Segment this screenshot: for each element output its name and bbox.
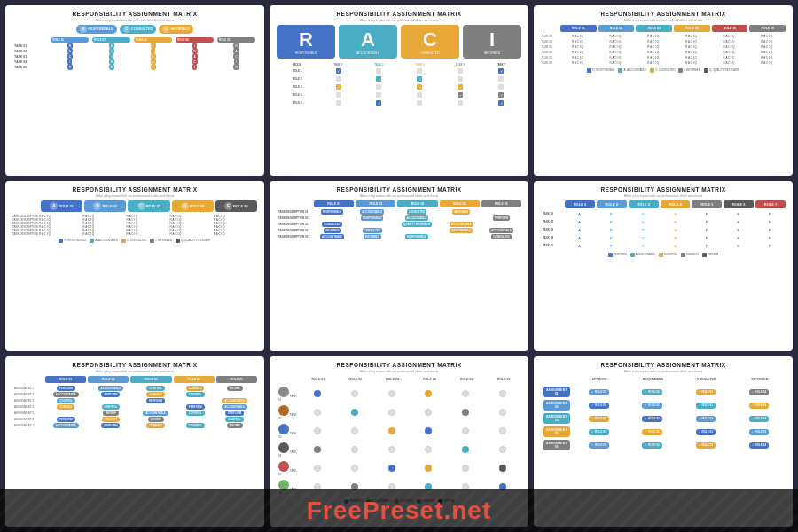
check: ✓ [458,84,463,90]
assign-pill: PERFORM [146,398,165,403]
slide-1-subtitle: Make a big impact with our professional … [96,19,175,22]
assignment-header: ASSIGNMENT 03 [543,413,570,424]
check [417,100,422,106]
role-badge-e: E ROLE 05 [215,200,257,212]
assign-pill: INFORM [148,417,164,422]
c-letter: C [423,30,437,50]
assign-pill: CONTROL [146,386,165,391]
tag-informed: INFORMED [452,209,470,215]
slide-1: RESPONSIBILITY ASSIGNMENT MATRIX Make a … [5,5,264,176]
slide-5-table: TASK DESCRIPTION 01 RESPONSIBLE ACCOUNTA… [277,209,521,240]
i-label: INFORMED [484,51,501,55]
check [417,92,422,98]
circle-empty [351,427,358,434]
assign-pill: PERFORM [57,417,75,422]
circle-empty [499,409,506,416]
table-row: TASK DESCRIPTION 05 ACCOUNTABLE INFORMED… [277,234,521,240]
role-cell: ✓ ROLE 01 [589,429,608,435]
a-label: ACCOUNTABLE [356,51,379,55]
role-cell: ✓ ROLE 02 [642,403,661,409]
tag: INFORMED [364,234,381,239]
assign-pill: ACCOUNTABLE [53,392,79,397]
c-card: C CONSULTED [401,25,459,59]
col-role6: ROLE 6 [724,200,754,208]
role-badge-c: C [123,26,130,33]
role-pill-informed: I INFORMED [159,25,192,34]
assignment-header: ASSIGNMENT 01 [543,387,570,397]
check: ✓ [458,92,463,98]
raci-cell: R [233,64,239,70]
letter-c: C [137,202,145,210]
task-label [12,36,49,43]
circle-empty [499,427,506,434]
check: ✓ [498,68,504,74]
legend-c: C: CONSULTED [650,68,675,73]
circle-perform [388,465,395,472]
assignment-header: ASSIGNMENT 04 [543,426,570,437]
avatar [278,480,289,490]
tag: ACCOUNTABLE [405,215,429,221]
check: ✓ [376,100,381,106]
role-badge-r: R [80,26,87,33]
avatar [278,461,289,472]
assign-pill: PERFORM [225,411,244,416]
main-grid: RESPONSIBILITY ASSIGNMENT MATRIX Make a … [0,0,798,532]
col-role05: ROLE 05 [449,376,484,383]
check [336,100,341,106]
slide-3-header: ROLE 01 ROLE 02 ROLE 03 ROLE 04 ROLE 05 … [541,25,786,32]
assign-pill: CONSULT [57,404,74,410]
assign-pill: ACCOUNTABLE [53,423,79,428]
role-cell: ✓ ROLE 04 [749,416,769,422]
table-row: ASSIGNMENT 4 CONSULT CONTROL PERFORM ACC… [12,404,257,411]
role-cell: ✓ ROLE 02 [642,442,661,449]
slide-9-subtitle: Make a big impact with our professional … [624,370,703,373]
assign-pill: ACCOUNTABLE [222,404,247,410]
slide-4-table: TASK DESCRIPTION R·A·C·I·Q R·A·C·I·Q R·A… [12,215,257,236]
role-badge-d: D ROLE 04 [172,200,214,212]
table-row: TASK 04 [277,441,521,459]
col-informed: INFORMED [734,376,786,383]
r-card: R RESPONSIBLE [277,25,335,59]
table-row: TASK DESCRIPTION 01 RESPONSIBLE ACCOUNTA… [277,209,521,215]
legend-q: Q: QUALITY REVIEWER [704,68,739,73]
slide-4-header: A ROLE 01 B ROLE 02 C ROLE 03 D ROLE 04 … [12,200,257,212]
col-role04: ROLE 04 [440,200,480,207]
table-row: TASK 02 A P C S P S P [541,218,786,226]
tag: RESPONSIBLE [405,234,428,239]
slide-6-title: RESPONSIBILITY ASSIGNMENT MATRIX [600,186,725,193]
col-role01: ROLE 01 [301,376,336,383]
legend-r: R: RESPONSIBLE [587,68,614,73]
check: ✓ [417,76,422,82]
check [376,68,381,74]
table-row: TASK DESCRIPTION 04 INFORMED CONSULTED R… [277,228,521,234]
slide-5-header: ROLE 01 ROLE 02 ROLE 03 ROLE 04 ROLE 05 [277,200,521,207]
check [417,68,422,74]
tag: INFORMED [324,228,341,233]
slide-5: RESPONSIBILITY ASSIGNMENT MATRIX Make a … [270,181,528,351]
slide-6-header: ROLE 1 ROLE 2 ROLE 3 ROLE 4 ROLE 5 ROLE … [541,200,786,208]
c-label: CONSULTED [420,51,439,55]
assign-pill: CONTROL [102,404,121,410]
table-row: TASK 05 R A C I R [12,65,257,70]
tag: ACCOUNTABLE [450,222,473,227]
table-row: ASSIGNMENT 2 ACCOUNTABLE PERFORM CONSULT… [12,392,257,398]
a-letter: A [361,30,375,50]
circle-control [388,427,395,434]
col-role05: ROLE 05 [481,200,521,207]
watermark-overlay: FreePreset.net [0,489,798,532]
tag-responsible: RESPONSIBLE [321,209,344,215]
letter-d: D [181,202,189,210]
slide-4-subtitle: Make a big impact with our professional … [96,194,175,198]
circle-empty [351,390,358,397]
table-row: ASSIGNMENT 1 PERFORM ACCOUNTABLE CONTROL… [12,386,257,392]
circle-empty [388,409,395,416]
legend: R: RESPONSIBLE A: ACCOUNTABLE C: CONSULT… [541,68,786,73]
circle-empty [425,446,432,453]
check [498,84,504,90]
tag: QUALITY REVIEWER [402,222,432,227]
tag: CONSULTED [363,228,382,233]
role-badge-i: I [162,26,169,33]
slide-7-subtitle: Make a big impact with our professional … [96,370,175,373]
slide-6: RESPONSIBILITY ASSIGNMENT MATRIX Make a … [534,181,793,351]
table-row: ROLE 3 ✓ ✓ ✓ [277,83,521,91]
